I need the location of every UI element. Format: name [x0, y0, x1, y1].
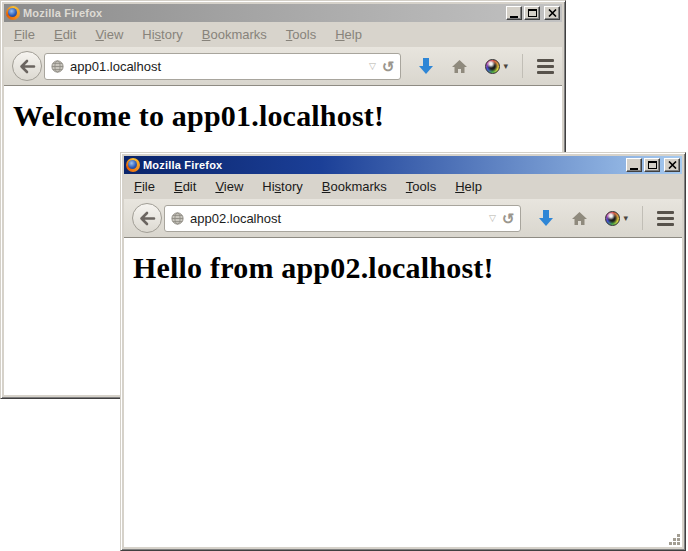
browser-window-app02: Mozilla Firefox FileEditViewHistoryBookm… — [120, 152, 686, 551]
menu-bar: FileEditViewHistoryBookmarksToolsHelp — [4, 22, 562, 47]
minimize-button[interactable] — [626, 158, 642, 172]
urlbar-dropdown-icon[interactable]: ▽ — [369, 62, 376, 71]
titlebar[interactable]: Mozilla Firefox — [124, 156, 682, 174]
back-button[interactable] — [12, 51, 42, 81]
menu-item-tools[interactable]: Tools — [400, 177, 442, 196]
window-title: Mozilla Firefox — [23, 7, 503, 19]
window-controls — [626, 158, 680, 172]
window-controls — [506, 6, 560, 20]
maximize-icon — [648, 161, 657, 169]
menu-bar: FileEditViewHistoryBookmarksToolsHelp — [124, 174, 682, 199]
back-arrow-icon — [19, 59, 36, 74]
url-bar[interactable]: app01.localhost ▽ ↻ — [44, 53, 401, 80]
download-icon — [538, 209, 554, 227]
reload-icon[interactable]: ↻ — [502, 211, 515, 226]
close-icon — [668, 161, 677, 169]
chevron-down-icon: ▾ — [503, 62, 508, 71]
home-icon — [451, 59, 468, 74]
reload-icon[interactable]: ↻ — [382, 59, 395, 74]
site-identity-globe-icon[interactable] — [51, 60, 64, 73]
close-button[interactable] — [664, 158, 680, 172]
menu-item-history[interactable]: History — [136, 25, 188, 44]
titlebar[interactable]: Mozilla Firefox — [4, 4, 562, 22]
chevron-down-icon: ▾ — [623, 214, 628, 223]
maximize-button[interactable] — [644, 158, 660, 172]
back-button[interactable] — [132, 203, 162, 233]
menu-item-file[interactable]: File — [8, 25, 41, 44]
toolbar-separator — [642, 206, 643, 230]
color-wheel-icon — [605, 211, 620, 226]
menu-item-history[interactable]: History — [256, 177, 308, 196]
toolbar-separator — [522, 54, 523, 78]
window-title: Mozilla Firefox — [143, 159, 623, 171]
color-wheel-icon — [485, 59, 500, 74]
menu-item-bookmarks[interactable]: Bookmarks — [196, 25, 273, 44]
menu-item-edit[interactable]: Edit — [48, 25, 82, 44]
page-content: Hello from app02.localhost! — [124, 238, 682, 547]
home-button[interactable] — [451, 59, 468, 74]
download-button[interactable] — [538, 209, 554, 227]
navigation-toolbar: app01.localhost ▽ ↻ ▾ — [4, 47, 562, 86]
maximize-button[interactable] — [524, 6, 540, 20]
resize-grip[interactable] — [668, 533, 681, 546]
urlbar-dropdown-icon[interactable]: ▽ — [489, 214, 496, 223]
close-icon — [548, 9, 557, 17]
menu-item-help[interactable]: Help — [449, 177, 488, 196]
menu-item-file[interactable]: File — [128, 177, 161, 196]
home-icon — [571, 211, 588, 226]
download-icon — [418, 57, 434, 75]
minimize-button[interactable] — [506, 6, 522, 20]
addon-colorwheel-button[interactable]: ▾ — [485, 59, 508, 74]
url-text[interactable]: app01.localhost — [70, 59, 363, 74]
menu-hamburger-button[interactable] — [537, 59, 554, 74]
page-heading: Welcome to app01.localhost! — [13, 99, 562, 133]
firefox-logo-icon — [6, 6, 20, 20]
page-heading: Hello from app02.localhost! — [133, 251, 682, 285]
menu-item-edit[interactable]: Edit — [168, 177, 202, 196]
addon-colorwheel-button[interactable]: ▾ — [605, 211, 628, 226]
minimize-icon — [510, 16, 518, 18]
menu-item-bookmarks[interactable]: Bookmarks — [316, 177, 393, 196]
site-identity-globe-icon[interactable] — [171, 212, 184, 225]
navigation-toolbar: app02.localhost ▽ ↻ ▾ — [124, 199, 682, 238]
menu-item-view[interactable]: View — [89, 25, 129, 44]
url-bar[interactable]: app02.localhost ▽ ↻ — [164, 205, 521, 232]
close-button[interactable] — [544, 6, 560, 20]
menu-item-view[interactable]: View — [209, 177, 249, 196]
menu-item-help[interactable]: Help — [329, 25, 368, 44]
download-button[interactable] — [418, 57, 434, 75]
menu-hamburger-button[interactable] — [657, 211, 674, 226]
minimize-icon — [630, 168, 638, 170]
home-button[interactable] — [571, 211, 588, 226]
back-arrow-icon — [139, 211, 156, 226]
menu-item-tools[interactable]: Tools — [280, 25, 322, 44]
maximize-icon — [528, 9, 537, 17]
url-text[interactable]: app02.localhost — [190, 211, 483, 226]
firefox-logo-icon — [126, 158, 140, 172]
